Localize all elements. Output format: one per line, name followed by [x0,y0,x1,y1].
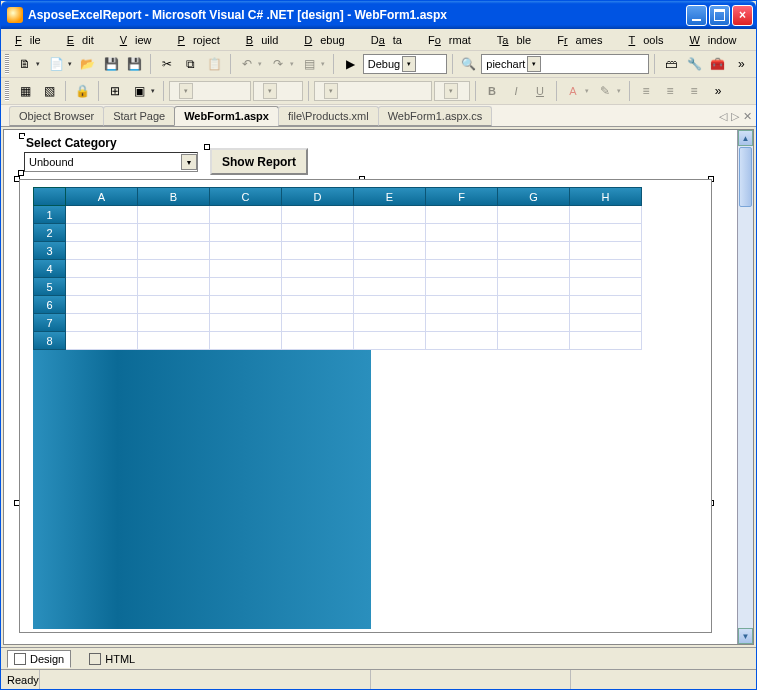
grid-cell[interactable] [138,224,210,242]
grid-cell[interactable] [426,296,498,314]
grid-cell[interactable] [66,332,138,350]
grid-cell[interactable] [498,260,570,278]
style-combo[interactable]: ▾ [314,81,432,101]
grid-cell[interactable] [66,206,138,224]
forecolor-button[interactable]: A [562,80,592,102]
grid-cell[interactable] [210,206,282,224]
grid-cell[interactable] [426,260,498,278]
snap-icon[interactable]: ▣ [128,80,158,102]
find-icon[interactable]: 🔍 [458,53,480,75]
grid-cell[interactable] [66,278,138,296]
overflow-button[interactable]: » [707,80,729,102]
column-header[interactable]: D [282,187,354,206]
show-report-button[interactable]: Show Report [210,148,308,175]
grid-cell[interactable] [426,224,498,242]
grid-cell[interactable] [498,314,570,332]
row-header[interactable]: 1 [33,206,66,224]
category-dropdown[interactable]: Unbound ▼ [24,152,198,172]
start-button[interactable]: ▶ [339,53,361,75]
cut-button[interactable]: ✂ [156,53,178,75]
grid-cell[interactable] [570,224,642,242]
grid-cell[interactable] [282,314,354,332]
grid-cell[interactable] [570,242,642,260]
grid-cell[interactable] [354,314,426,332]
grid-cell[interactable] [354,242,426,260]
menu-view[interactable]: View [112,32,168,48]
doc-tab-active[interactable]: WebForm1.aspx [174,106,279,126]
copy-button[interactable]: ⧉ [180,53,202,75]
view-tab-html[interactable]: HTML [83,651,141,667]
toolbar-grip[interactable] [5,81,9,101]
grid-cell[interactable] [210,314,282,332]
column-header[interactable]: B [138,187,210,206]
grid-cell[interactable] [570,260,642,278]
menu-project[interactable]: Project [170,32,236,48]
column-header[interactable]: G [498,187,570,206]
grid-cell[interactable] [570,206,642,224]
layout-icon-1[interactable]: ▦ [14,80,36,102]
close-button[interactable]: × [732,5,753,26]
grid-cell[interactable] [354,278,426,296]
layout-icon-2[interactable]: ▧ [38,80,60,102]
grid-cell[interactable] [210,224,282,242]
grid-cell[interactable] [66,260,138,278]
scroll-up-icon[interactable]: ▲ [738,130,753,146]
grid-cell[interactable] [498,278,570,296]
class-combo[interactable]: ▾ [434,81,470,101]
grid-cell[interactable] [498,242,570,260]
scroll-thumb[interactable] [739,147,752,207]
grid-cell[interactable] [210,278,282,296]
menu-data[interactable]: Data [363,32,418,48]
grid-corner[interactable] [33,187,66,206]
column-header[interactable]: E [354,187,426,206]
grid-cell[interactable] [570,278,642,296]
grid-cell[interactable] [138,332,210,350]
backcolor-button[interactable]: ✎ [594,80,624,102]
save-all-button[interactable]: 💾 [124,53,146,75]
grid-cell[interactable] [66,296,138,314]
column-header[interactable]: A [66,187,138,206]
minimize-button[interactable] [686,5,707,26]
grid-cell[interactable] [354,332,426,350]
new-project-button[interactable]: 🗎 [14,53,44,75]
row-header[interactable]: 3 [33,242,66,260]
column-header[interactable]: F [426,187,498,206]
grid-cell[interactable] [138,260,210,278]
grid-cell[interactable] [282,296,354,314]
grid-cell[interactable] [282,332,354,350]
column-header[interactable]: H [570,187,642,206]
grid-cell[interactable] [354,296,426,314]
toolbox-button[interactable]: 🧰 [707,53,729,75]
grid-cell[interactable] [282,260,354,278]
grid-cell[interactable] [354,260,426,278]
grid-cell[interactable] [138,296,210,314]
spreadsheet-grid[interactable]: A B C D E F G H 12345678 [19,179,712,633]
grid-cell[interactable] [138,278,210,296]
lock-icon[interactable]: 🔒 [71,80,93,102]
find-combo[interactable]: piechart ▾ [481,54,649,74]
menu-format[interactable]: Format [420,32,487,48]
grid-cell[interactable] [210,260,282,278]
tab-next-icon[interactable]: ▷ [731,110,739,123]
row-header[interactable]: 2 [33,224,66,242]
menu-tools[interactable]: Tools [620,32,679,48]
grid-cell[interactable] [210,296,282,314]
grid-cell[interactable] [570,314,642,332]
menu-debug[interactable]: Debug [296,32,360,48]
grid-cell[interactable] [282,278,354,296]
grid-cell[interactable] [498,224,570,242]
label-select-category[interactable]: Select Category [24,136,119,150]
grid-cell[interactable] [570,332,642,350]
grid-cell[interactable] [66,242,138,260]
properties-button[interactable]: 🔧 [684,53,706,75]
config-combo[interactable]: Debug ▾ [363,54,447,74]
font-combo[interactable]: ▾ [169,81,251,101]
redo-button[interactable]: ↷ [267,53,297,75]
grid-cell[interactable] [66,224,138,242]
save-button[interactable]: 💾 [100,53,122,75]
grid-cell[interactable] [66,314,138,332]
grid-cell[interactable] [426,314,498,332]
grid-cell[interactable] [498,206,570,224]
doc-tab[interactable]: file\Products.xml [278,106,379,126]
row-header[interactable]: 6 [33,296,66,314]
